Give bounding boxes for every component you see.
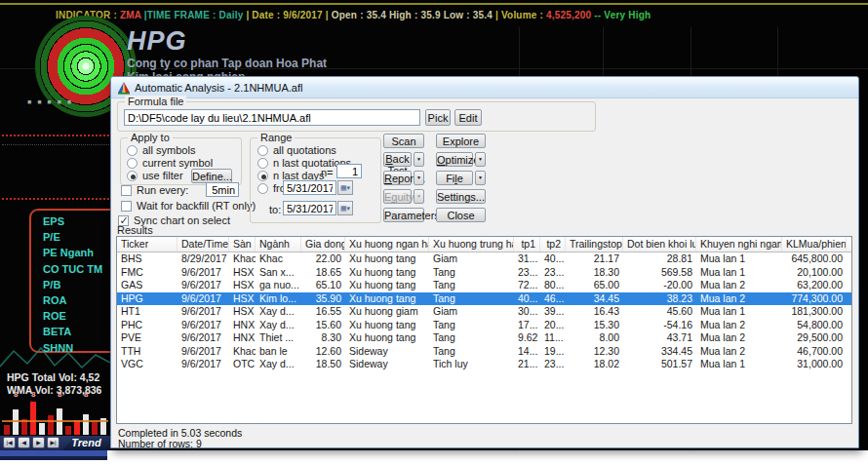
range-all-quotations[interactable]: all quotations [257, 144, 336, 156]
table-row-HPG[interactable]: HPG9/6/2017HSXKim lo...35.90Xu huong tan… [117, 292, 851, 306]
from-calendar-icon[interactable]: ▦▾ [337, 180, 353, 195]
screen: INDICATOR : ZMA |TIME FRAME : Daily | Da… [0, 0, 868, 465]
table-row-PHC[interactable]: PHC9/6/2017HNXXay d...15.60Xu huong tang… [117, 319, 851, 332]
column-header-tp2[interactable]: tp2 [540, 237, 566, 252]
results-label: Results [117, 224, 153, 236]
table-row-GAS[interactable]: GAS9/6/2017HSXga nuo...65.10Xu huong tan… [117, 279, 851, 292]
column-header-klmua-phien[interactable]: KLMua/phien [782, 237, 847, 252]
indicator-segment: | Date : 9/6/2017 | [243, 10, 331, 20]
cell: 18.30 [566, 266, 623, 280]
cell: 16.55 [301, 305, 345, 319]
close-button[interactable]: Close [436, 208, 486, 222]
column-header-xu-huong-trung-han[interactable]: Xu huong trung han [429, 237, 514, 252]
dialog-titlebar[interactable]: Automatic Analysis - 2.1NHMUA.afl [111, 77, 858, 98]
parameters-button[interactable]: Parameters [383, 208, 424, 222]
column-header-ticker[interactable]: Ticker [117, 237, 178, 252]
radio-circle[interactable] [257, 171, 268, 181]
next-bar-button[interactable]: ▶ [32, 437, 45, 448]
cell: 31... [514, 252, 540, 266]
radio-circle[interactable] [257, 145, 268, 156]
radio-circle[interactable] [127, 158, 138, 169]
table-row-BHS[interactable]: BHS8/29/2017KhacKhac22.00Xu huong tangGi… [117, 252, 851, 266]
file-button[interactable]: File [436, 171, 473, 185]
indicator-segment: -- Very High [591, 10, 651, 20]
run-every-box[interactable] [121, 185, 132, 196]
pick-button[interactable]: Pick [425, 109, 451, 126]
define-button[interactable]: Define... [191, 169, 232, 183]
tick-dots: ■ ■ ■ ■ ■ [27, 98, 73, 105]
prev-bar-button[interactable]: ◀ [18, 437, 30, 448]
to-calendar-icon[interactable]: ▦▾ [337, 201, 353, 215]
cell: Xu huong tang [345, 279, 429, 292]
tab-trend[interactable]: Trend [62, 436, 110, 450]
column-header-tp1[interactable]: tp1 [514, 237, 540, 252]
explore-button[interactable]: Explore [436, 134, 486, 148]
cell: 65.00 [566, 279, 623, 292]
optimize-dropdown-arrow[interactable]: ▼ [475, 152, 486, 167]
radio-circle[interactable] [257, 158, 268, 169]
volume-bar [65, 426, 71, 435]
column-header-gia-dong-cua[interactable]: Gia dong cua [301, 237, 345, 252]
cell: BHS [117, 252, 178, 266]
cell: 72... [514, 279, 540, 292]
apply-use-filter[interactable]: use filter [127, 170, 183, 181]
apply-current-symbol[interactable]: current symbol [127, 157, 213, 169]
edit-button[interactable]: Edit [454, 109, 482, 126]
back-test-button[interactable]: Back Test [383, 152, 412, 167]
report-button[interactable]: Report... [383, 171, 412, 185]
back-test-dropdown-arrow[interactable]: ▼ [414, 152, 424, 167]
cell: 20... [540, 319, 566, 332]
table-row-PVE[interactable]: PVE9/6/2017HNXThiet ...8.30Xu huong tang… [117, 331, 851, 345]
column-header-date-time[interactable]: Date/Time [178, 237, 229, 252]
report-dropdown-arrow[interactable]: ▼ [414, 171, 424, 185]
last-bar-button[interactable]: ▶| [47, 437, 59, 448]
column-header-xu-huong-ngan-han[interactable]: Xu huong ngan han [345, 237, 429, 252]
cell: Tang [429, 292, 514, 306]
cell: HNX [229, 319, 256, 332]
table-row-HT1[interactable]: HT19/6/2017HSXXay d...16.55Xu huong giam… [117, 305, 851, 319]
cell: 40... [540, 252, 566, 266]
formula-path-input[interactable] [124, 109, 420, 126]
first-bar-button[interactable]: |◀ [3, 437, 16, 448]
column-header-trailingstop[interactable]: Trailingstop [566, 237, 623, 252]
cell: Giam [429, 305, 514, 319]
column-header-sàn[interactable]: Sàn [229, 237, 256, 252]
cell: -20.00 [623, 279, 696, 292]
table-row-VGC[interactable]: VGC9/6/2017OTCXay d...18.50SidewayTich l… [117, 358, 851, 371]
table-row-FMC[interactable]: FMC9/6/2017HSXSan x...18.65Xu huong tang… [117, 266, 851, 280]
equity-dropdown-arrow[interactable]: ▼ [414, 189, 424, 204]
radio-circle[interactable] [127, 171, 138, 181]
cell: 8.30 [301, 331, 345, 345]
column-header-ngành[interactable]: Ngành [256, 237, 301, 252]
column-header-filler[interactable] [847, 237, 852, 252]
file-dropdown-arrow[interactable]: ▼ [475, 171, 486, 185]
radio-label: all symbols [142, 144, 195, 156]
radio-circle[interactable] [127, 145, 138, 156]
column-header-khuyen-nghi-ngan-han[interactable]: Khuyen nghi ngan han [696, 237, 782, 252]
from-date-input[interactable] [283, 180, 336, 195]
results-table-header[interactable]: TickerDate/TimeSànNgànhGia dong cuaXu hu… [117, 237, 851, 252]
cell [847, 279, 852, 292]
cell: VGC [117, 358, 178, 371]
from-radio-circle[interactable] [257, 183, 268, 194]
dotted-level-line [2, 135, 109, 136]
n-days-input[interactable] [336, 164, 362, 178]
cell: 43.71 [623, 331, 696, 345]
optimize-button[interactable]: Optimize [436, 152, 473, 167]
table-row-TTH[interactable]: TTH9/6/2017Khacban le12.60SidewayTang14.… [117, 345, 851, 359]
dotted-level-line [2, 144, 109, 145]
cell: 30... [514, 305, 540, 319]
column-header-dot-bien-khoi-luong[interactable]: Dot bien khoi luong [623, 237, 696, 252]
run-every-interval-input[interactable] [206, 182, 239, 197]
cell: 18.65 [301, 266, 345, 280]
scan-button[interactable]: Scan [383, 134, 424, 148]
wait-backfill-box[interactable] [121, 201, 132, 212]
cell: Xu huong tang [345, 319, 429, 332]
wait-backfill-checkbox[interactable]: Wait for backfill (RT only) [121, 200, 256, 212]
apply-all-symbols[interactable]: all symbols [127, 144, 195, 156]
equity-button[interactable]: Equity [383, 189, 412, 204]
to-date-input[interactable] [283, 201, 336, 215]
settings-button[interactable]: Settings... [436, 189, 486, 204]
indicator-segment: |TIME FRAME : Daily [141, 10, 244, 20]
run-every-checkbox[interactable]: Run every: [121, 184, 188, 196]
